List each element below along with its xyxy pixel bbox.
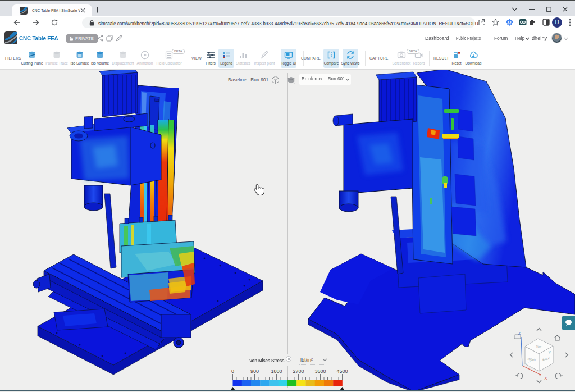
svg-text:900: 900 — [250, 368, 259, 374]
svg-text:2700: 2700 — [293, 368, 304, 374]
svg-text:1800: 1800 — [271, 368, 282, 374]
svg-text:0: 0 — [231, 368, 234, 374]
svg-text:4500: 4500 — [336, 368, 348, 374]
svg-text:3600: 3600 — [314, 368, 326, 374]
svg-text:Y: Y — [548, 350, 551, 355]
svg-text:X: X — [544, 376, 547, 381]
